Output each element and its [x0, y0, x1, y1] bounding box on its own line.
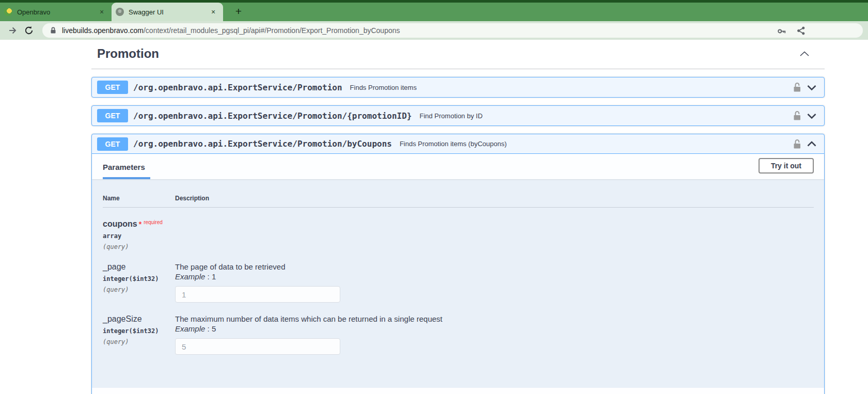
share-icon[interactable] — [796, 26, 806, 36]
param-location: (query) — [103, 243, 175, 250]
required-label: required — [144, 219, 163, 225]
param-type: integer($int32) — [103, 275, 175, 282]
opblock-get-promotion: GET /org.openbravo.api.ExportService/Pro… — [91, 77, 825, 98]
param-type: array — [103, 232, 175, 240]
promotion-section-header[interactable]: Promotion — [91, 40, 825, 69]
method-badge: GET — [97, 81, 128, 94]
param-row-page: _page integer($int32) (query) The page o… — [103, 250, 814, 303]
chevron-up-icon[interactable] — [799, 50, 810, 57]
chevron-down-icon[interactable] — [807, 113, 817, 119]
close-tab-icon[interactable]: × — [209, 7, 218, 17]
endpoint-summary: Finds Promotion items — [350, 84, 786, 91]
example-label: Example — [175, 272, 205, 281]
required-star: * — [139, 220, 141, 228]
column-header-description: Description — [175, 195, 209, 202]
param-name: coupons — [103, 219, 137, 228]
reload-icon[interactable] — [22, 23, 36, 38]
tab-title: Openbravo — [17, 8, 97, 16]
parameters-table: Name Description coupons*required array … — [92, 179, 824, 388]
param-location: (query) — [103, 338, 175, 345]
param-description: The maximum number of data items which c… — [175, 314, 443, 323]
url-path: /context/retail_modules_pgsql_pi/api#/Pr… — [144, 26, 400, 35]
site-security-lock-icon[interactable] — [50, 26, 57, 35]
url-domain: livebuilds.openbravo.com — [62, 26, 144, 35]
chevron-up-icon[interactable] — [807, 140, 817, 147]
address-bar[interactable]: livebuilds.openbravo.com/context/retail_… — [42, 23, 863, 38]
endpoint-summary: Find Promotion by ID — [419, 112, 786, 120]
close-tab-icon[interactable]: × — [97, 7, 106, 17]
endpoint-path: /org.openbravo.api.ExportService/Promoti… — [133, 111, 412, 121]
endpoint-summary: Finds Promotion items (byCoupons) — [400, 140, 786, 148]
column-header-name: Name — [103, 195, 175, 202]
opblock-header[interactable]: GET /org.openbravo.api.ExportService/Pro… — [92, 77, 824, 97]
method-badge: GET — [97, 109, 128, 122]
param-type: integer($int32) — [103, 327, 175, 335]
browser-tab-bar: Openbravo × Swagger UI × + — [0, 0, 868, 21]
tab-swagger-ui[interactable]: Swagger UI × — [112, 3, 223, 21]
responses-section-header: Responses — [92, 388, 824, 394]
new-tab-button[interactable]: + — [231, 4, 246, 19]
lock-open-icon[interactable] — [793, 82, 801, 92]
method-badge: GET — [97, 137, 128, 151]
try-it-out-button[interactable]: Try it out — [759, 158, 814, 174]
page-input[interactable] — [175, 286, 340, 303]
param-row-pagesize: _pageSize integer($int32) (query) The ma… — [103, 303, 814, 355]
lock-open-icon[interactable] — [793, 139, 801, 149]
swagger-page: Promotion GET /org.openbravo.api.ExportS… — [0, 40, 868, 394]
section-title: Promotion — [97, 46, 159, 61]
tab-parameters[interactable]: Parameters — [103, 163, 150, 179]
tab-title: Swagger UI — [129, 8, 209, 16]
parameters-section-bar: Parameters Try it out — [92, 154, 824, 179]
swagger-favicon-icon — [116, 8, 124, 16]
password-key-icon[interactable] — [777, 25, 787, 36]
param-name: _pageSize — [103, 314, 175, 324]
forward-icon[interactable] — [5, 23, 20, 38]
opblock-header[interactable]: GET /org.openbravo.api.ExportService/Pro… — [92, 106, 824, 125]
example-value: 1 — [212, 272, 216, 281]
param-row-coupons: coupons*required array (query) — [103, 208, 814, 250]
example-label: Example — [175, 324, 205, 333]
pagesize-input[interactable] — [175, 338, 340, 355]
url-text: livebuilds.openbravo.com/context/retail_… — [62, 26, 400, 35]
opblock-get-promotion-by-coupons: GET /org.openbravo.api.ExportService/Pro… — [91, 134, 825, 394]
tab-openbravo[interactable]: Openbravo × — [0, 3, 112, 21]
endpoint-path: /org.openbravo.api.ExportService/Promoti… — [133, 139, 392, 149]
param-location: (query) — [103, 286, 175, 293]
param-description: The page of data to be retrieved — [175, 262, 340, 271]
example-value: 5 — [212, 324, 216, 333]
opblock-header[interactable]: GET /org.openbravo.api.ExportService/Pro… — [92, 134, 824, 154]
openbravo-favicon-icon — [4, 8, 12, 16]
browser-toolbar: livebuilds.openbravo.com/context/retail_… — [0, 21, 868, 40]
param-name: _page — [103, 262, 175, 272]
endpoint-path: /org.openbravo.api.ExportService/Promoti… — [133, 83, 342, 92]
lock-open-icon[interactable] — [793, 111, 801, 121]
example-separator: : — [205, 324, 212, 333]
chevron-down-icon[interactable] — [807, 84, 817, 91]
example-separator: : — [205, 272, 212, 281]
opblock-get-promotion-by-id: GET /org.openbravo.api.ExportService/Pro… — [91, 105, 825, 126]
